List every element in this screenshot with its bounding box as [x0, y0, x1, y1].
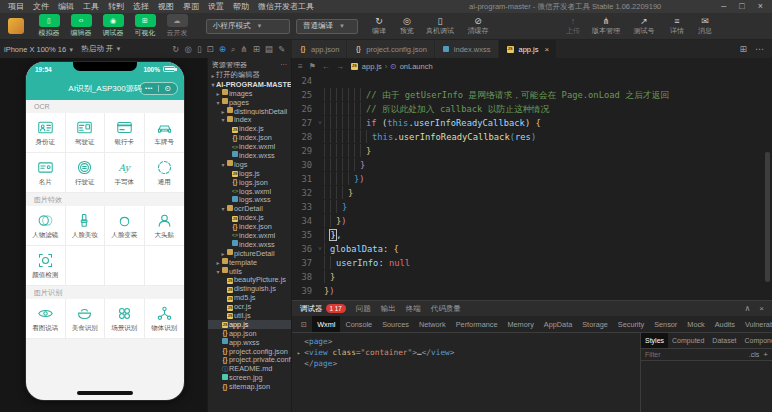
panel-tab-代码质量[interactable]: 代码质量	[431, 304, 461, 314]
menu-item[interactable]: 转到	[108, 1, 124, 12]
grid-item[interactable]: 颜值检测	[26, 246, 66, 286]
tree-item[interactable]: ⓘREADME.md	[208, 364, 291, 373]
devtools-tab-Storage[interactable]: Storage	[577, 316, 613, 332]
explorer-more-icon[interactable]: ⋯	[280, 61, 287, 69]
tree-root[interactable]: ▾AI-PROGRAM-MASTER	[208, 80, 291, 89]
action-真机调试[interactable]: ▯真机调试	[422, 16, 458, 36]
tree-item[interactable]: JSlogs.js	[208, 169, 291, 178]
grid-item[interactable]: 银行卡	[105, 113, 145, 153]
grid-item[interactable]: 看图说话	[26, 299, 66, 339]
code-line[interactable]: 36˅globalData: {	[292, 242, 772, 256]
panel-tab-输出[interactable]: 输出	[381, 304, 396, 314]
breadcrumb[interactable]: JS app.js › ⊙ onLaunch	[350, 62, 433, 71]
external-window-icon[interactable]: ⊡	[207, 44, 214, 55]
devtools-tab-Audits[interactable]: Audits	[710, 316, 740, 332]
grid-item[interactable]: Ay手写体	[105, 153, 145, 193]
tree-item[interactable]: app.wxss	[208, 338, 291, 347]
bookmark-icon[interactable]: ⚑	[309, 62, 316, 71]
menu-item[interactable]: 设置	[208, 1, 224, 12]
styles-tab-Component Data[interactable]: Component Data	[740, 333, 772, 348]
device-icon[interactable]: ▯	[197, 44, 202, 55]
tab-index.wxss[interactable]: index.wxss	[435, 40, 499, 58]
code-line[interactable]: 39})	[292, 284, 772, 298]
menu-item[interactable]: 微信开发者工具	[258, 1, 314, 12]
inspect-icon[interactable]: ⊕	[219, 44, 226, 55]
grid-item[interactable]: 身份证	[26, 113, 66, 153]
devtools-tab-Console[interactable]: Console	[340, 316, 377, 332]
code-line[interactable]: 34})	[292, 214, 772, 228]
tab-app.js[interactable]: JSapp.js×	[499, 40, 558, 58]
tree-item[interactable]: {}sitemap.json	[208, 382, 291, 391]
more-menu-icon[interactable]: •••	[140, 85, 158, 91]
collapse-icon[interactable]: ∧	[744, 304, 750, 313]
tree-folder[interactable]: ▾ocrDetail	[208, 204, 291, 213]
menu-item[interactable]: 工具	[83, 1, 99, 12]
code-line[interactable]: 38}	[292, 270, 772, 284]
wxml-tree[interactable]: <page>▸ <view class="container">…</view>…	[292, 333, 640, 412]
refresh-icon[interactable]: ↻	[172, 44, 179, 55]
wxml-node[interactable]: </page>	[297, 358, 635, 369]
tree-folder[interactable]: ▾pages	[208, 98, 291, 107]
tree-folder[interactable]: ▸pictureDetail	[208, 249, 291, 258]
mode-select[interactable]: 小程序模式▼	[206, 19, 290, 34]
close-button[interactable]: ×	[758, 0, 763, 13]
toolbar-测试号[interactable]: ↗测试号	[626, 16, 662, 36]
branch-icon[interactable]: ⋔	[241, 44, 248, 55]
menu-item[interactable]: 选择	[133, 1, 149, 12]
code-line[interactable]: 37userInfo: null	[292, 256, 772, 270]
tree-item[interactable]: logs.wxss	[208, 195, 291, 204]
split-editor-icon[interactable]: ⊞	[739, 44, 747, 54]
tree-item[interactable]: <>logs.wxml	[208, 187, 291, 196]
wxml-node[interactable]: <page>	[297, 336, 635, 347]
tree-item[interactable]: <>index.wxml	[208, 142, 291, 151]
tree-item[interactable]: {}project.config.json	[208, 347, 291, 356]
devtools-tab-Sensor[interactable]: Sensor	[649, 316, 682, 332]
tree-item[interactable]: screen.jpg	[208, 373, 291, 382]
tree-item[interactable]: JSapp.js	[208, 320, 291, 329]
devtools-tab-Network[interactable]: Network	[414, 316, 451, 332]
styles-tab-Styles[interactable]: Styles	[641, 333, 668, 348]
code-line[interactable]: 35},	[292, 228, 772, 242]
menu-item[interactable]: 视图	[158, 1, 174, 12]
grid-item[interactable]: 行驶证	[66, 153, 106, 193]
devtools-tab-Performance[interactable]: Performance	[451, 316, 503, 332]
editor-scrollbar[interactable]	[765, 152, 770, 282]
grid-item[interactable]: 场景识别	[105, 299, 145, 339]
tree-item[interactable]: JSdistinguish.js	[208, 284, 291, 293]
more-actions-icon[interactable]: ⋯	[755, 44, 764, 54]
action-预览[interactable]: ◎预览	[394, 16, 420, 36]
tree-item[interactable]: JSbeautyPicture.js	[208, 275, 291, 284]
grid-item[interactable]: 大头贴	[145, 206, 185, 246]
tree-item[interactable]: JSmd5.js	[208, 293, 291, 302]
tab-app.json[interactable]: {}app.json	[292, 40, 347, 58]
tree-item[interactable]: <>index.wxml	[208, 231, 291, 240]
grid-item[interactable]: 美食识别	[66, 299, 106, 339]
styles-tab-Computed[interactable]: Computed	[668, 333, 708, 348]
device-select[interactable]: iPhone X 100% 16 ▼	[4, 45, 74, 54]
menu-item[interactable]: 文件	[33, 1, 49, 12]
code-line[interactable]: 29}	[292, 144, 772, 158]
tree-item[interactable]: index.wxss	[208, 151, 291, 160]
tree-folder[interactable]: ▸template	[208, 258, 291, 267]
toolbar-button-调试器[interactable]: ◉调试器	[98, 14, 128, 38]
devtools-tab-Mock[interactable]: Mock	[682, 316, 709, 332]
hot-restart-toggle[interactable]: 热启动 开 ▼	[81, 44, 121, 54]
code-line[interactable]: 33}	[292, 200, 772, 214]
tab-project.config.json[interactable]: {}project.config.json	[347, 40, 434, 58]
toolbar-版本管理[interactable]: ⋔版本管理	[588, 16, 624, 36]
toolbar-button-编辑器[interactable]: ‹›编辑器	[66, 14, 96, 38]
styles-filter-input[interactable]	[645, 351, 745, 358]
code-line[interactable]: 25// 由于 getUserInfo 是网络请求，可能会在 Page.onLo…	[292, 88, 772, 102]
tree-folder[interactable]: ▾index	[208, 115, 291, 124]
tree-item[interactable]: index.wxss	[208, 240, 291, 249]
maximize-button[interactable]: □	[739, 0, 744, 13]
compile-mode-select[interactable]: 普通编译▼	[296, 19, 358, 34]
toolbar-详情[interactable]: ≡详情	[664, 16, 690, 36]
grid-item[interactable]: 车牌号	[145, 113, 185, 153]
panel-tab-终端[interactable]: 终端	[406, 304, 421, 314]
toolbar-上传[interactable]: ↑上传	[560, 16, 586, 36]
capsule-menu[interactable]: ••• ⊙	[139, 82, 178, 95]
close-icon[interactable]: ×	[759, 304, 764, 313]
code-line[interactable]: 26// 所以此处加入 callback 以防止这种情况	[292, 102, 772, 116]
toolbar-button-云开发[interactable]: ☁云开发	[162, 14, 192, 38]
